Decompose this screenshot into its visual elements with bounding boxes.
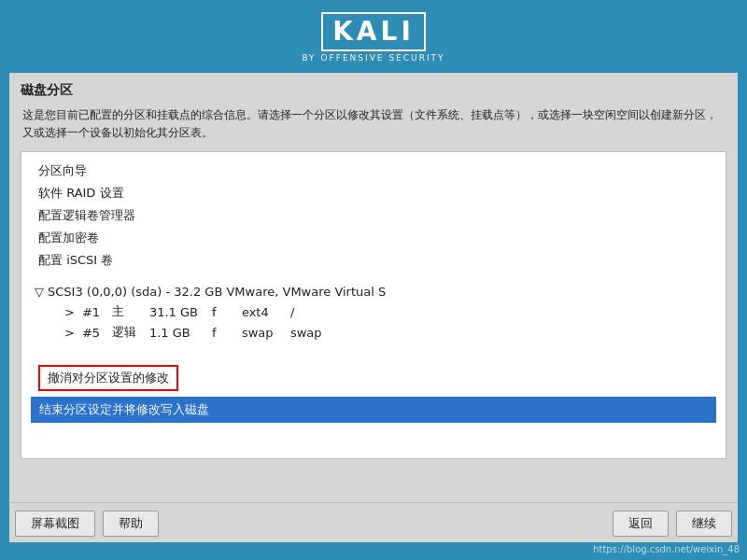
partition-num-1: #1 (82, 305, 101, 319)
screenshot-button[interactable]: 屏幕截图 (15, 511, 95, 537)
menu-item-raid[interactable]: 软件 RAID 设置 (31, 182, 716, 204)
partition-box: 分区向导 软件 RAID 设置 配置逻辑卷管理器 配置加密卷 配置 iSCSI … (21, 151, 726, 459)
back-button[interactable]: 返回 (613, 511, 669, 537)
partition-row-1[interactable]: > #1 主 31.1 GB f ext4 / (31, 301, 716, 322)
menu-item-encrypt[interactable]: 配置加密卷 (31, 227, 716, 249)
footer: 屏幕截图 帮助 返回 继续 (9, 502, 738, 542)
kali-logo: KALI BY OFFENSIVE SECURITY (302, 12, 444, 63)
url-bar: https://blog.csdn.net/weixin_48 (0, 542, 747, 557)
partition-flag-1: f (212, 305, 231, 319)
menu-item-partition-wizard[interactable]: 分区向导 (31, 160, 716, 182)
kali-logo-sub: BY OFFENSIVE SECURITY (302, 53, 444, 63)
partition-size-1: 31.1 GB (149, 305, 201, 319)
footer-right: 返回 继续 (613, 511, 732, 537)
header: KALI BY OFFENSIVE SECURITY (0, 0, 747, 73)
partition-fs-1: ext4 (242, 305, 279, 319)
help-button[interactable]: 帮助 (103, 511, 159, 537)
partition-type-1: 主 (112, 303, 138, 320)
disk-header-label: SCSI3 (0,0,0) (sda) - 32.2 GB VMware, VM… (48, 285, 386, 299)
cancel-partition-action[interactable]: 撤消对分区设置的修改 (38, 365, 178, 391)
partition-arrow-5: > (64, 326, 75, 340)
continue-button[interactable]: 继续 (676, 511, 732, 537)
divider-1 (31, 272, 716, 279)
divider-3 (31, 350, 716, 357)
partition-row-5[interactable]: > #5 逻辑 1.1 GB f swap swap (31, 322, 716, 343)
partition-num-5: #5 (82, 326, 101, 340)
menu-item-lvm[interactable]: 配置逻辑卷管理器 (31, 204, 716, 227)
disk-header: ▽ SCSI3 (0,0,0) (sda) - 32.2 GB VMware, … (31, 279, 716, 301)
divider-2 (31, 343, 716, 350)
main-content: 磁盘分区 这是您目前已配置的分区和挂载点的综合信息。请选择一个分区以修改其设置（… (9, 73, 738, 502)
partition-mp-5: swap (290, 326, 322, 340)
partition-arrow-1: > (64, 305, 75, 319)
partition-mp-1: / (290, 305, 309, 319)
partition-size-5: 1.1 GB (149, 326, 201, 340)
page-description: 这是您目前已配置的分区和挂载点的综合信息。请选择一个分区以修改其设置（文件系统、… (21, 106, 726, 142)
disk-collapse-icon: ▽ (35, 285, 44, 299)
kali-logo-text: KALI (321, 12, 426, 51)
url-text: https://blog.csdn.net/weixin_48 (593, 544, 740, 554)
partition-flag-5: f (212, 326, 231, 340)
footer-left: 屏幕截图 帮助 (15, 511, 159, 537)
partition-fs-5: swap (242, 326, 279, 340)
finish-partition-action[interactable]: 结束分区设定并将修改写入磁盘 (31, 397, 716, 423)
partition-type-5: 逻辑 (112, 324, 138, 341)
menu-item-iscsi[interactable]: 配置 iSCSI 卷 (31, 249, 716, 272)
page-title: 磁盘分区 (21, 82, 726, 99)
